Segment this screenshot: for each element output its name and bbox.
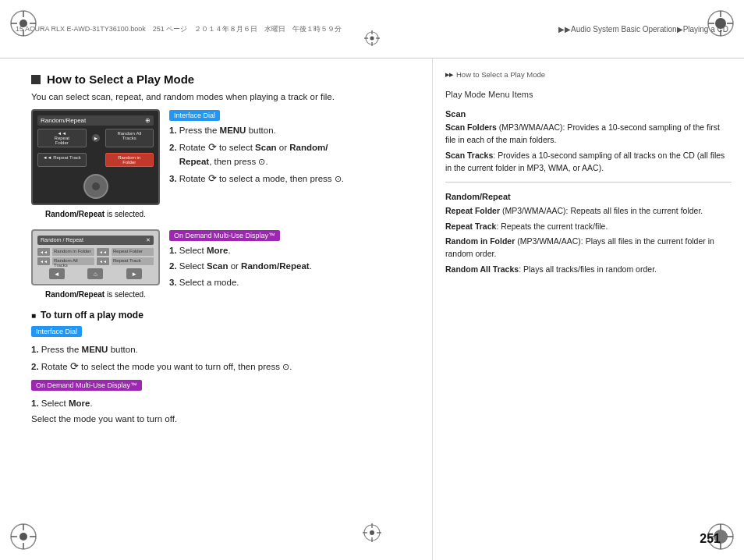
- right-item-scan-title: Scan: [445, 108, 732, 121]
- sub-step-1: 1. Press the MENU button.: [31, 343, 416, 356]
- left-column: How to Select a Play Mode You can select…: [0, 58, 433, 560]
- section-title: How to Select a Play Mode: [31, 73, 416, 86]
- screen2-nav-home: ⌂: [87, 268, 103, 279]
- screen-knob: [83, 174, 108, 199]
- corner-decoration-tl: [8, 8, 39, 39]
- section-title-text: How to Select a Play Mode: [47, 73, 194, 86]
- screen2-title-text: Random / Repeat: [41, 237, 83, 243]
- crosshair-top: [363, 30, 381, 49]
- screen2-icon-2: ◄◄: [97, 248, 109, 256]
- right-item-random-all: Random All Tracks: Plays all tracks/file…: [445, 264, 732, 276]
- page-number: 251: [700, 532, 721, 546]
- main-content: How to Select a Play Mode You can select…: [0, 58, 744, 560]
- step-1-3: 3. Rotate ⟳ to select a mode, then press…: [169, 171, 416, 186]
- screen-mockup-2: Random / Repeat ✕ ◄◄ Random in Folder ◄◄…: [31, 229, 160, 299]
- interface-dial-badge-1: Interface Dial: [169, 110, 220, 121]
- screen2-label-4: Repeat Track: [112, 257, 154, 265]
- screen-btn-random-all: Random All Tracks: [105, 129, 154, 147]
- step-2-1: 1. Select More.: [169, 244, 416, 257]
- screen-caption-bold: Random/Repeat: [45, 210, 105, 218]
- screen-row-2: ◄◄ Repeat Track Random inFolder: [37, 153, 154, 167]
- divider: [445, 182, 732, 183]
- screen2-row-1: ◄◄ Random in Folder ◄◄ Repeat Folder: [37, 248, 154, 256]
- screen-icon: ⊕: [145, 117, 151, 124]
- instructions-block-2: On Demand Multi-Use Display™ 1. Select M…: [169, 229, 416, 299]
- header-meta: 15 ACURA RLX E-AWD-31TY36100.book 251 ペー…: [16, 24, 372, 34]
- on-demand-badge-2: On Demand Multi-Use Display™: [31, 380, 142, 391]
- screen2-nav-back: ◄: [49, 268, 65, 279]
- screen2-label-2: Repeat Folder: [112, 248, 154, 256]
- screen-box-2: Random / Repeat ✕ ◄◄ Random in Folder ◄◄…: [31, 229, 160, 285]
- screen-btn-repeat-folder: ◄◄ RepeatFolder: [37, 129, 87, 147]
- svg-point-31: [370, 37, 374, 41]
- right-section-heading: Play Mode Menu Items: [445, 88, 732, 101]
- screen-titlebar-1: Random/Repeat ⊕: [37, 115, 154, 126]
- screen2-caption-suffix: is selected.: [105, 290, 146, 299]
- screen2-titlebar: Random / Repeat ✕: [37, 236, 154, 245]
- subsection-title-text: To turn off a play mode: [41, 310, 143, 321]
- on-demand-badge-1: On Demand Multi-Use Display™: [169, 230, 280, 241]
- sub2-step-1: 1. Select More.: [31, 397, 416, 410]
- screen-items-1: ◄◄ RepeatFolder ▶ Random All Tracks: [37, 129, 154, 199]
- screen-caption-2: Random/Repeat is selected.: [31, 290, 160, 299]
- screen-mockup-1: Random/Repeat ⊕ ◄◄ RepeatFolder ▶: [31, 109, 160, 218]
- screen2-caption-bold: Random/Repeat: [45, 290, 105, 299]
- screen-box-1: Random/Repeat ⊕ ◄◄ RepeatFolder ▶: [31, 109, 160, 205]
- right-breadcrumb: How to Select a Play Mode: [445, 69, 732, 80]
- step-2-3: 3. Select a mode.: [169, 276, 416, 289]
- subsection-title: To turn off a play mode: [31, 310, 416, 321]
- screen2-icon-3: ◄◄: [37, 257, 50, 265]
- screen-caption-suffix: is selected.: [105, 210, 146, 218]
- svg-point-7: [715, 18, 726, 29]
- step-2-2: 2. Select Scan or Random/Repeat.: [169, 260, 416, 273]
- screen-title-text: Random/Repeat: [41, 117, 86, 124]
- instruction-area-1: Random/Repeat ⊕ ◄◄ RepeatFolder ▶: [31, 109, 416, 218]
- screen2-icon: ✕: [146, 237, 151, 243]
- screen2-label-3: Random All Tracks: [52, 257, 94, 265]
- screen2-rows: ◄◄ Random in Folder ◄◄ Repeat Folder ◄◄ …: [37, 248, 154, 265]
- right-item-scan-tracks: Scan Tracks: Provides a 10-second sampli…: [445, 150, 732, 175]
- screen2-icon-4: ◄◄: [97, 257, 109, 265]
- screen2-nav-forward: ►: [126, 268, 142, 279]
- screen2-row-2: ◄◄ Random All Tracks ◄◄ Repeat Track: [37, 257, 154, 265]
- right-item-random-title: Random/Repeat: [445, 190, 732, 204]
- screen-btn-random-folder: Random inFolder: [105, 153, 154, 167]
- screen-btn-repeat-track: ◄◄ Repeat Track: [37, 153, 87, 167]
- screen-row-1: ◄◄ RepeatFolder ▶ Random All Tracks: [37, 129, 154, 147]
- screen-caption-1: Random/Repeat is selected.: [31, 210, 160, 218]
- intro-text: You can select scan, repeat, and random …: [31, 92, 416, 101]
- right-item-repeat-track: Repeat Track: Repeats the current track/…: [445, 221, 732, 233]
- corner-decoration-tr: [705, 8, 736, 39]
- screen2-bottom: ◄ ⌂ ►: [37, 268, 154, 279]
- right-item-random-folder: Random in Folder (MP3/WMA/AAC): Plays al…: [445, 236, 732, 261]
- interface-dial-badge-2: Interface Dial: [31, 326, 82, 337]
- right-item-random: Random/Repeat Repeat Folder (MP3/WMA/AAC…: [445, 190, 732, 275]
- sub-step-2: 2. Rotate ⟳ to select the mode you want …: [31, 359, 416, 374]
- screen2-icon-1: ◄◄: [37, 248, 50, 256]
- right-item-scan-folders: Scan Folders (MP3/WMA/AAC): Provides a 1…: [445, 122, 732, 147]
- instructions-block-1: Interface Dial 1. Press the MENU button.…: [169, 109, 416, 218]
- instruction-area-2: Random / Repeat ✕ ◄◄ Random in Folder ◄◄…: [31, 229, 416, 299]
- sub2-step-2: Select the mode you want to turn off.: [31, 413, 416, 426]
- screen2-label-1: Random in Folder: [52, 248, 94, 256]
- right-item-scan: Scan Scan Folders (MP3/WMA/AAC): Provide…: [445, 108, 732, 175]
- step-1-1: 1. Press the MENU button.: [169, 124, 416, 137]
- right-column: How to Select a Play Mode Play Mode Menu…: [433, 58, 744, 560]
- svg-point-1: [19, 19, 27, 27]
- right-item-repeat-folder: Repeat Folder (MP3/WMA/AAC): Repeats all…: [445, 205, 732, 218]
- step-1-2: 2. Rotate ⟳ to select Scan or Random/ Re…: [169, 140, 416, 168]
- header-nav: ▶▶Audio System Basic Operation▶Playing a…: [372, 25, 728, 34]
